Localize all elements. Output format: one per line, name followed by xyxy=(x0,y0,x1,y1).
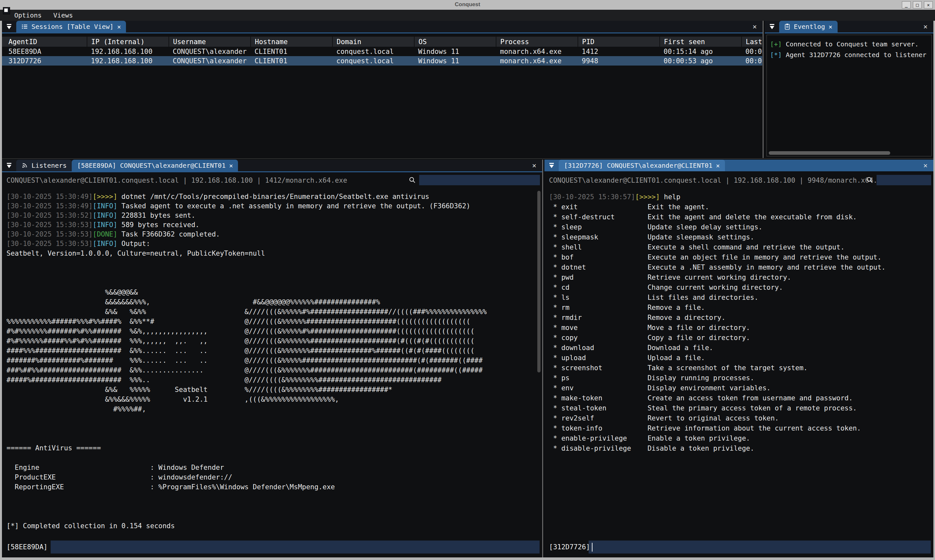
sessions-panel-close-icon[interactable]: ✕ xyxy=(753,23,757,31)
command-input[interactable] xyxy=(588,540,931,554)
column-header[interactable]: PID xyxy=(578,37,660,47)
panel-collapse-button[interactable] xyxy=(765,21,779,32)
vertical-splitter-top[interactable] xyxy=(762,21,764,158)
prompt-label: [58EE89DA] xyxy=(6,543,48,551)
antenna-icon xyxy=(22,162,28,169)
menu-views[interactable]: Views xyxy=(53,11,73,19)
cell: 00:00:53 ago xyxy=(660,56,741,66)
eventlog-panel: Eventlog ✕ ✕ [+] Connected to Conquest t… xyxy=(765,21,933,158)
cell: Windows 11 xyxy=(414,47,496,56)
log-line: [30-10-2025 15:30:57][>>>>] help xyxy=(549,192,933,202)
agent-status-row: CONQUEST\alexander@CLIENT01.conquest.loc… xyxy=(544,172,933,188)
session-row-312D7726[interactable]: 312D7726192.168.168.100CONQUEST\alexande… xyxy=(2,56,762,66)
cell: 1412 xyxy=(578,47,660,56)
window-controls: _ □ ✕ xyxy=(902,1,933,8)
horizontal-splitter[interactable] xyxy=(2,158,933,159)
tab-close-icon[interactable]: ✕ xyxy=(229,162,233,169)
cell: 192.168.168.100 xyxy=(87,56,169,66)
task-output-text: Seatbelt, Version=1.0.0.0, Culture=neutr… xyxy=(6,249,542,531)
cell: monarch.x64.exe xyxy=(496,47,578,56)
search-input[interactable] xyxy=(876,175,931,185)
tab-close-icon[interactable]: ✕ xyxy=(117,23,121,30)
minimize-button[interactable]: _ xyxy=(902,1,910,8)
agent-panel-58EE89DA: Listeners [58EE89DA] CONQUEST\alexander@… xyxy=(2,160,542,557)
prompt-label: [312D7726] xyxy=(549,543,590,551)
agent-status-text: CONQUEST\alexander@CLIENT01.conquest.loc… xyxy=(549,177,890,184)
tab-agent-312D7726[interactable]: [312D7726] CONQUEST\alexander@CLIENT01 ✕ xyxy=(559,160,725,171)
agent-panel-312D7726: [312D7726] CONQUEST\alexander@CLIENT01 ✕… xyxy=(544,160,933,557)
agent-status-text: CONQUEST\alexander@CLIENT01.conquest.loc… xyxy=(6,177,347,184)
eventlog-panel-header: Eventlog ✕ ✕ xyxy=(765,21,933,32)
tab-eventlog[interactable]: Eventlog ✕ xyxy=(779,21,838,32)
agent-panel-close-icon[interactable]: ✕ xyxy=(923,162,927,169)
text-cursor xyxy=(592,543,593,552)
log-line: [30-10-2025 15:30:49][INFO] Tasked agent… xyxy=(6,202,542,211)
column-header[interactable]: IP (Internal) xyxy=(87,37,169,47)
titlebar: Conquest _ □ ✕ xyxy=(0,0,935,10)
cell: monarch.x64.exe xyxy=(496,56,578,66)
agent-status-row: CONQUEST\alexander@CLIENT01.conquest.loc… xyxy=(2,172,542,188)
tab-label: Eventlog xyxy=(794,23,825,31)
column-header[interactable]: Hostname xyxy=(251,37,333,47)
list-icon xyxy=(22,23,28,30)
close-window-button[interactable]: ✕ xyxy=(924,1,933,8)
cell: 00:00:04 ago xyxy=(741,47,762,56)
maximize-button[interactable]: □ xyxy=(913,1,922,8)
cell: 00:15:14 ago xyxy=(660,47,741,56)
window-frame-right xyxy=(933,21,935,557)
column-header[interactable]: AgentID xyxy=(2,37,87,47)
sessions-table: AgentIDIP (Internal)UsernameHostnameDoma… xyxy=(2,37,762,66)
log-line: [30-10-2025 15:30:53][INFO] Output: xyxy=(6,239,542,249)
cell: 9948 xyxy=(578,56,660,66)
column-header[interactable]: Process xyxy=(496,37,578,47)
vertical-scrollbar[interactable] xyxy=(537,191,541,372)
tab-agent-58EE89DA[interactable]: [58EE89DA] CONQUEST\alexander@CLIENT01 ✕ xyxy=(72,160,238,171)
command-input[interactable] xyxy=(51,540,539,554)
panel-collapse-button[interactable] xyxy=(544,160,559,171)
terminal-output: [30-10-2025 15:30:49][>>>>] dotnet /mnt/… xyxy=(2,188,542,537)
search-input[interactable] xyxy=(419,175,540,185)
log-line: [30-10-2025 15:30:53][DONE] Task F366D36… xyxy=(6,230,542,239)
clipboard-icon xyxy=(784,23,790,30)
tab-close-icon[interactable]: ✕ xyxy=(829,23,832,30)
session-row-58EE89DA[interactable]: 58EE89DA192.168.168.100CONQUEST\alexande… xyxy=(2,47,762,56)
column-header[interactable]: First seen xyxy=(660,37,741,47)
collapse-arrow-icon xyxy=(769,24,775,29)
tab-close-icon[interactable]: ✕ xyxy=(716,162,720,169)
tab-listeners[interactable]: Listeners xyxy=(16,160,72,171)
help-output-text: * exit Exit the agent. * self-destruct E… xyxy=(549,202,933,454)
agent-panel-close-icon[interactable]: ✕ xyxy=(532,162,536,169)
column-header[interactable]: OS xyxy=(414,37,496,47)
horizontal-scrollbar[interactable] xyxy=(769,151,890,155)
eventlog-line: [+] Connected to Conquest team server. xyxy=(770,39,928,50)
cell: Windows 11 xyxy=(414,56,496,66)
search-icon xyxy=(866,176,873,184)
panel-collapse-button[interactable] xyxy=(2,160,16,171)
panel-collapse-button[interactable] xyxy=(2,21,16,32)
tab-label: [58EE89DA] CONQUEST\alexander@CLIENT01 xyxy=(77,162,226,169)
eventlog-panel-close-icon[interactable]: ✕ xyxy=(923,23,927,31)
eventlog-line: [*] Agent 312D7726 connected to listener xyxy=(770,50,928,60)
tab-sessions-table-view[interactable]: Sessions [Table View] ✕ xyxy=(16,21,126,32)
log-line: [30-10-2025 15:30:52][INFO] 228831 bytes… xyxy=(6,211,542,220)
menubar: Options Views xyxy=(0,10,935,21)
log-line: [30-10-2025 15:30:49][>>>>] dotnet /mnt/… xyxy=(6,192,542,202)
active-panel-underline xyxy=(2,32,762,34)
collapse-arrow-icon xyxy=(549,163,555,168)
collapse-arrow-icon xyxy=(6,24,12,29)
collapse-arrow-icon xyxy=(6,163,12,168)
column-header[interactable]: Domain xyxy=(333,37,414,47)
tab-label: [312D7726] CONQUEST\alexander@CLIENT01 xyxy=(564,162,713,169)
window-frame-bottom xyxy=(0,557,935,560)
column-header[interactable]: Username xyxy=(169,37,251,47)
search-icon xyxy=(408,176,416,184)
cell: conquest.local xyxy=(333,47,414,56)
app-icon[interactable] xyxy=(3,7,10,14)
vertical-splitter-bottom[interactable] xyxy=(542,160,543,557)
log-line: [30-10-2025 15:30:53][INFO] 589 bytes re… xyxy=(6,220,542,230)
column-header[interactable]: Last seen xyxy=(741,37,762,47)
menu-options[interactable]: Options xyxy=(14,11,42,19)
terminal-output: [30-10-2025 15:30:57][>>>>] help * exit … xyxy=(544,188,933,537)
cell: 192.168.168.100 xyxy=(87,47,169,56)
cell: CONQUEST\alexander xyxy=(169,47,251,56)
